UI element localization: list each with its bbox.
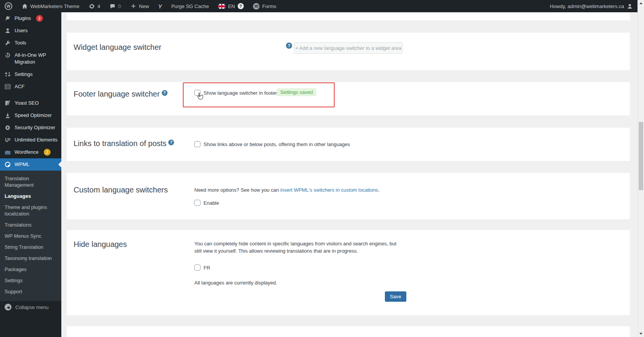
sidebar-item-plugins[interactable]: Plugins 3: [0, 12, 61, 25]
section-title: Custom language switchers: [74, 186, 168, 194]
yoast-menu[interactable]: Y: [154, 0, 167, 12]
wordpress-icon: W: [5, 2, 12, 10]
forms-icon: [253, 3, 260, 10]
avatar-icon: [627, 3, 633, 9]
custom-switchers-text: Need more options? See how you can inser…: [194, 187, 380, 194]
comment-icon: [109, 3, 115, 9]
sidebar-item-label: Users: [15, 27, 28, 34]
languages-status-text: All languages are currently displayed.: [194, 280, 277, 286]
site-name: WebMarketers Theme: [30, 3, 79, 9]
forms-menu[interactable]: Forms: [248, 0, 281, 12]
new-content-menu[interactable]: New: [126, 0, 154, 12]
sidebar-item-unlimited-elements[interactable]: Unlimited Elements: [0, 134, 61, 146]
sidebar-item-label: Security Optimizer: [15, 124, 55, 131]
purge-cache-menu[interactable]: Purge SG Cache: [167, 0, 214, 12]
plus-icon: [130, 3, 136, 9]
yoast-icon: Y: [158, 3, 162, 10]
sidebar-item-label: Wordfence: [15, 149, 39, 156]
sidebar-item-label: WPML: [15, 161, 30, 168]
sidebar-item-security-optimizer[interactable]: Security Optimizer: [0, 122, 61, 134]
sidebar-item-wpml[interactable]: WPML: [0, 158, 61, 171]
updates-menu[interactable]: 4: [84, 0, 105, 12]
submenu-settings[interactable]: Settings: [0, 275, 61, 286]
section-title: Footer language switcher?: [74, 90, 168, 99]
submenu-string-translation[interactable]: String Translation: [0, 242, 61, 253]
sidebar-item-settings[interactable]: Settings: [0, 68, 61, 81]
home-icon: [21, 3, 28, 9]
checkbox-label: Show language switcher in footer: [204, 90, 277, 96]
language-help-icon[interactable]: ?: [238, 3, 244, 9]
collapse-menu-label: Collapse menu: [15, 304, 49, 310]
links-translation-checkbox[interactable]: [194, 141, 200, 147]
sidebar-item-label: All-in-One WP Migration: [15, 52, 58, 66]
help-icon[interactable]: ?: [162, 90, 168, 96]
submenu-translation-management[interactable]: Translation Management: [0, 173, 50, 191]
comments-menu[interactable]: 0: [105, 0, 125, 12]
scrollbar-thumb[interactable]: [639, 122, 643, 190]
wpml-switchers-link[interactable]: insert WPML's switchers in custom locati…: [280, 187, 378, 193]
update-count: 4: [97, 3, 100, 9]
sidebar-item-tools[interactable]: Tools: [0, 37, 61, 49]
submenu-translations[interactable]: Translations: [0, 219, 61, 230]
add-widget-switcher-button[interactable]: + Add a new language switcher to a widge…: [294, 42, 402, 54]
sidebar-item-users[interactable]: Users: [0, 25, 61, 37]
hide-languages-description: You can completely hide content in speci…: [194, 240, 403, 255]
uk-flag-icon: [218, 4, 225, 9]
unlimited-icon: [4, 136, 11, 143]
plug-icon: [4, 15, 11, 22]
submenu-theme-plugins-localization[interactable]: Theme and plugins localization: [0, 202, 54, 219]
submenu-wp-menus-sync[interactable]: WP Menus Sync: [0, 230, 61, 242]
collapse-arrow-icon: ◀: [5, 304, 12, 311]
previous-card-remnant: [67, 12, 630, 20]
migration-icon: [4, 52, 11, 59]
sidebar-item-label: Yoast SEO: [15, 100, 39, 107]
checkbox-label: Show links above or below posts, offerin…: [204, 141, 350, 147]
user-icon: [4, 27, 11, 34]
submenu-support[interactable]: Support: [0, 286, 61, 297]
help-icon[interactable]: ?: [286, 43, 292, 49]
admin-bar: W WebMarketers Theme 4 0 New Y Purge SG …: [0, 0, 637, 12]
settings-saved-badge: Settings saved: [277, 88, 316, 96]
sidebar-item-yoast-seo[interactable]: Yoast SEO: [0, 97, 61, 109]
section-title: Widget language switcher: [74, 43, 161, 52]
footer-switcher-checkbox[interactable]: [194, 90, 200, 96]
sidebar-item-speed-optimizer[interactable]: Speed Optimizer: [0, 109, 61, 122]
vertical-scrollbar[interactable]: [637, 0, 644, 337]
fr-language-checkbox[interactable]: [194, 265, 200, 271]
help-icon[interactable]: ?: [168, 140, 174, 145]
collapse-menu-button[interactable]: ◀ Collapse menu: [0, 301, 61, 314]
table-icon: [4, 83, 11, 90]
scroll-down-arrow[interactable]: [638, 330, 644, 337]
sidebar-item-all-in-one-wp-migration[interactable]: All-in-One WP Migration: [0, 49, 61, 68]
howdy-text: Howdy, admin@webmarketers.ca: [550, 3, 624, 9]
site-name-menu[interactable]: WebMarketers Theme: [17, 0, 84, 12]
section-title: Links to translation of posts?: [74, 139, 174, 148]
submenu-packages[interactable]: Packages: [0, 264, 61, 275]
rocket-icon: [4, 112, 11, 119]
wp-logo-menu[interactable]: W: [0, 0, 17, 12]
links-translation-section: Links to translation of posts? Show link…: [67, 128, 630, 161]
save-button[interactable]: Save: [385, 291, 406, 302]
submenu-taxonomy-translation[interactable]: Taxonomy translation: [0, 253, 61, 264]
main-content: Widget language switcher ? + Add a new l…: [61, 12, 637, 337]
scroll-up-arrow[interactable]: [638, 0, 644, 7]
update-icon: [89, 3, 95, 9]
account-menu[interactable]: Howdy, admin@webmarketers.ca: [545, 0, 637, 12]
wrench-icon: [4, 39, 11, 46]
checkbox-label: Enable: [204, 200, 219, 206]
sidebar-item-label: Settings: [15, 71, 33, 78]
sidebar-item-wordfence[interactable]: Wordfence 2: [0, 146, 61, 158]
yoast-icon: [4, 100, 11, 107]
sidebar-item-label: Plugins: [15, 15, 31, 22]
wpml-submenu: Translation Management Languages Theme a…: [0, 171, 61, 301]
sidebar-item-label: Tools: [15, 39, 26, 46]
enable-checkbox[interactable]: [194, 200, 200, 206]
sidebar-item-label: ACF: [15, 83, 25, 90]
sidebar-item-acf[interactable]: ACF: [0, 81, 61, 93]
language-switcher-menu[interactable]: EN ?: [214, 0, 248, 12]
section-title: Hide languages: [74, 240, 127, 249]
gear-lock-icon: [4, 124, 11, 131]
submenu-languages[interactable]: Languages: [0, 191, 61, 202]
admin-sidebar: Plugins 3 Users Tools All-in-One WP Migr…: [0, 12, 61, 337]
footer-language-switcher-section: Footer language switcher? Show language …: [67, 82, 630, 115]
